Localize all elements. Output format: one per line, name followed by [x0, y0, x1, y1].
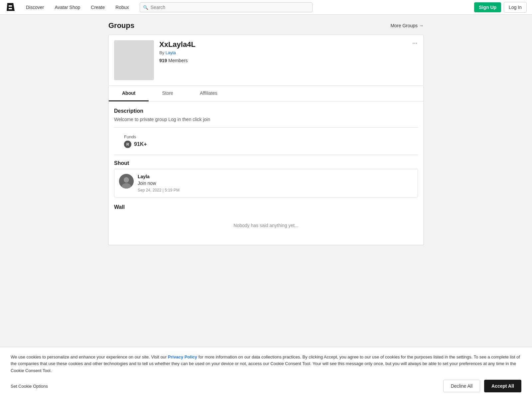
svg-rect-2	[9, 5, 12, 7]
shout-text: Join now	[138, 181, 413, 186]
robux-icon: R	[124, 141, 131, 148]
group-thumbnail	[114, 40, 154, 80]
main-content: Groups More Groups → ··· XxLayla4L By La…	[103, 15, 429, 252]
description-section: Description Welcome to private group Log…	[114, 108, 418, 122]
funds-section: Funds R 91K+	[114, 132, 418, 151]
shout-title: Shout	[114, 160, 418, 166]
nav-create[interactable]: Create	[85, 0, 110, 15]
shout-time: Sep 24, 2022 | 5:19 PM	[138, 188, 413, 193]
more-groups-link[interactable]: More Groups →	[390, 23, 424, 28]
group-tabs: About Store Affiliates	[108, 86, 424, 101]
navbar: Discover Avatar Shop Create Robux 🔍 Sign…	[0, 0, 532, 15]
wall-section: Wall Nobody has said anything yet...	[114, 204, 418, 238]
roblox-logo[interactable]	[5, 2, 15, 12]
tab-store[interactable]: Store	[149, 86, 186, 101]
groups-title: Groups	[108, 21, 134, 30]
wall-empty-message: Nobody has said anything yet...	[114, 213, 418, 238]
svg-marker-1	[7, 3, 15, 11]
nav-actions: Sign Up Log In	[474, 2, 527, 13]
funds-value: 91K+	[134, 141, 147, 147]
group-more-options-button[interactable]: ···	[410, 39, 419, 47]
signup-button[interactable]: Sign Up	[474, 2, 501, 12]
svg-rect-3	[9, 8, 12, 9]
tab-about[interactable]: About	[109, 86, 149, 101]
shout-author: Layla	[138, 174, 413, 179]
nav-robux[interactable]: Robux	[110, 0, 134, 15]
nav-links: Discover Avatar Shop Create Robux	[21, 0, 134, 15]
divider-2	[114, 155, 418, 155]
group-creator-link[interactable]: Layla	[166, 50, 176, 55]
search-icon: 🔍	[143, 5, 148, 10]
divider-1	[114, 127, 418, 128]
group-members: 919 Members	[159, 58, 418, 63]
group-info: XxLayla4L By Layla 919 Members	[159, 40, 418, 63]
svg-point-7	[124, 177, 129, 183]
tab-affiliates[interactable]: Affiliates	[187, 86, 231, 101]
group-name: XxLayla4L	[159, 40, 418, 49]
shout-section: Shout Layla Join now Sep 24, 2022 | 5:19…	[114, 160, 418, 198]
group-card: ··· XxLayla4L By Layla 919 Members	[108, 35, 424, 86]
login-button[interactable]: Log In	[504, 2, 527, 13]
shout-card: Layla Join now Sep 24, 2022 | 5:19 PM	[114, 169, 418, 198]
nav-avatar-shop[interactable]: Avatar Shop	[49, 0, 85, 15]
funds-label: Funds	[124, 134, 418, 139]
svg-text:R: R	[126, 142, 129, 146]
description-text: Welcome to private group Log in then cli…	[114, 117, 418, 122]
groups-header: Groups More Groups →	[108, 21, 424, 30]
wall-title: Wall	[114, 204, 418, 210]
search-container: 🔍	[140, 2, 469, 12]
group-by: By Layla	[159, 50, 418, 55]
description-title: Description	[114, 108, 418, 114]
nav-discover[interactable]: Discover	[21, 0, 49, 15]
group-card-inner: XxLayla4L By Layla 919 Members	[114, 40, 418, 80]
tab-content-about: Description Welcome to private group Log…	[108, 101, 424, 245]
search-input[interactable]	[140, 2, 313, 12]
funds-amount: R 91K+	[124, 141, 418, 148]
shout-avatar	[119, 174, 134, 189]
shout-body: Layla Join now Sep 24, 2022 | 5:19 PM	[138, 174, 413, 193]
